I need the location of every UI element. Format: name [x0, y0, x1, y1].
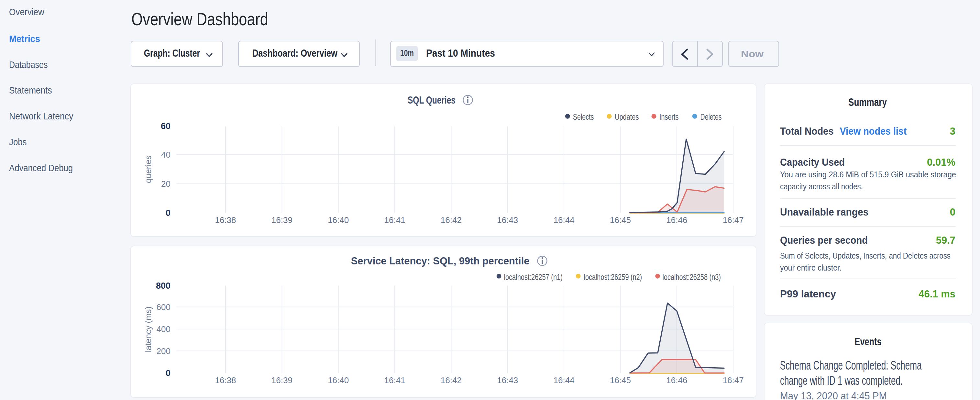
svg-text:16:44: 16:44: [554, 375, 574, 385]
svg-text:P99 latency: P99 latency: [780, 288, 836, 300]
svg-text:800: 800: [156, 281, 170, 291]
svg-text:Sum of Selects, Updates, Inser: Sum of Selects, Updates, Inserts, and De…: [780, 251, 951, 261]
svg-text:16:46: 16:46: [666, 215, 687, 225]
svg-text:16:40: 16:40: [328, 375, 349, 385]
svg-text:Selects: Selects: [573, 112, 594, 122]
svg-text:Jobs: Jobs: [9, 137, 27, 147]
svg-text:localhost:26259 (n2): localhost:26259 (n2): [584, 272, 642, 282]
svg-text:16:41: 16:41: [384, 215, 406, 225]
svg-text:Now: Now: [741, 49, 764, 59]
svg-text:600: 600: [157, 302, 170, 312]
svg-text:Overview: Overview: [9, 7, 45, 17]
svg-text:Dashboard: Overview: Dashboard: Overview: [252, 47, 337, 59]
svg-text:Metrics: Metrics: [9, 33, 40, 44]
svg-text:Network Latency: Network Latency: [9, 111, 73, 121]
svg-text:16:42: 16:42: [441, 215, 462, 225]
svg-text:Overview Dashboard: Overview Dashboard: [131, 9, 268, 29]
svg-text:Updates: Updates: [615, 112, 639, 122]
svg-text:Deletes: Deletes: [700, 112, 722, 122]
svg-text:Unavailable ranges: Unavailable ranges: [780, 207, 869, 218]
svg-text:Service Latency: SQL, 99th per: Service Latency: SQL, 99th percentile: [351, 255, 530, 267]
svg-text:Schema Change Completed: Schem: Schema Change Completed: Schema: [780, 359, 922, 372]
svg-text:40: 40: [161, 150, 170, 159]
svg-text:16:39: 16:39: [272, 375, 293, 385]
svg-text:Summary: Summary: [848, 96, 887, 108]
svg-text:Statements: Statements: [9, 85, 52, 96]
svg-text:Capacity Used: Capacity Used: [780, 157, 845, 168]
svg-text:Events: Events: [855, 336, 881, 347]
svg-text:Graph: Cluster: Graph: Cluster: [144, 47, 200, 59]
svg-text:16:39: 16:39: [272, 215, 293, 225]
svg-text:60: 60: [161, 121, 170, 131]
svg-text:latency (ms): latency (ms): [143, 306, 153, 352]
svg-text:You are using 28.6 MiB of 515.: You are using 28.6 MiB of 515.9 GiB usab…: [780, 170, 956, 179]
svg-text:16:47: 16:47: [723, 215, 744, 225]
svg-text:Queries per second: Queries per second: [780, 234, 868, 246]
svg-text:16:46: 16:46: [666, 375, 687, 385]
svg-text:16:45: 16:45: [610, 215, 631, 225]
svg-text:16:44: 16:44: [554, 215, 574, 225]
svg-text:your entire cluster.: your entire cluster.: [780, 263, 842, 273]
svg-text:16:45: 16:45: [610, 375, 631, 385]
svg-text:400: 400: [157, 324, 170, 334]
svg-text:16:38: 16:38: [215, 215, 236, 225]
svg-text:16:41: 16:41: [384, 375, 406, 385]
svg-text:20: 20: [161, 179, 170, 189]
svg-text:16:40: 16:40: [328, 215, 349, 225]
svg-text:16:42: 16:42: [441, 375, 462, 385]
svg-text:capacity across all nodes.: capacity across all nodes.: [780, 182, 863, 191]
svg-text:0: 0: [165, 368, 170, 378]
svg-text:change with ID 1 was completed: change with ID 1 was completed.: [780, 374, 903, 387]
svg-text:0: 0: [950, 207, 955, 218]
svg-text:May 13, 2020 at 4:45 PM: May 13, 2020 at 4:45 PM: [780, 390, 887, 400]
svg-text:Advanced Debug: Advanced Debug: [9, 163, 73, 173]
svg-text:Past 10 Minutes: Past 10 Minutes: [426, 47, 495, 59]
svg-text:200: 200: [157, 346, 170, 356]
svg-text:46.1 ms: 46.1 ms: [918, 288, 955, 300]
svg-text:3: 3: [950, 126, 955, 137]
svg-text:0.01%: 0.01%: [927, 157, 955, 168]
svg-text:16:43: 16:43: [497, 375, 518, 385]
svg-text:localhost:26258 (n3): localhost:26258 (n3): [663, 272, 721, 282]
svg-text:queries: queries: [143, 155, 153, 183]
svg-text:0: 0: [165, 208, 170, 218]
svg-text:16:43: 16:43: [497, 215, 518, 225]
svg-text:16:47: 16:47: [723, 375, 744, 385]
svg-text:View nodes list: View nodes list: [840, 126, 907, 137]
svg-text:Databases: Databases: [9, 59, 48, 70]
svg-text:localhost:26257 (n1): localhost:26257 (n1): [504, 272, 563, 282]
svg-text:59.7: 59.7: [936, 234, 955, 246]
svg-text:10m: 10m: [400, 48, 414, 58]
svg-text:Total Nodes: Total Nodes: [780, 126, 834, 137]
svg-text:Inserts: Inserts: [659, 112, 679, 122]
svg-text:16:38: 16:38: [215, 375, 236, 385]
svg-text:SQL Queries: SQL Queries: [408, 94, 455, 106]
